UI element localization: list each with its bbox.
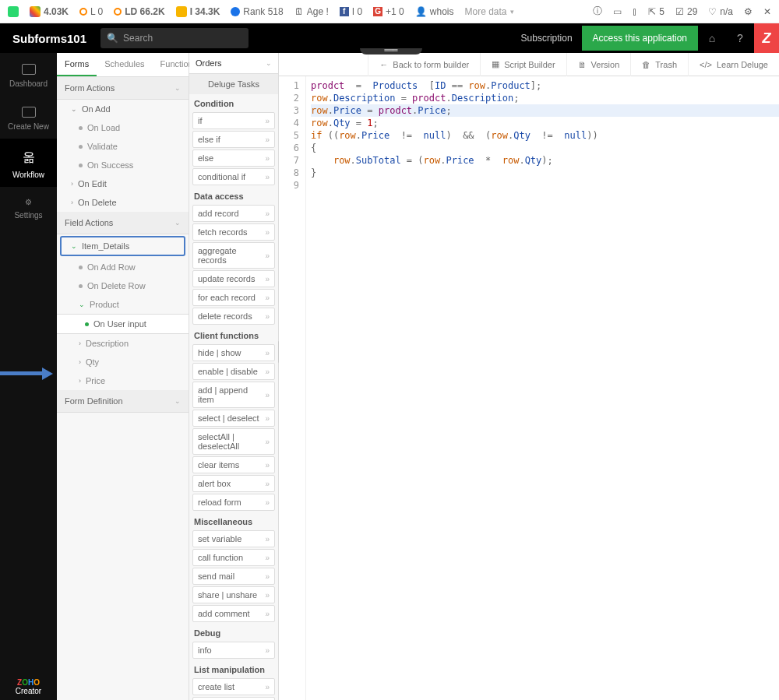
task-for-each-record[interactable]: for each record»	[192, 289, 275, 306]
heart-icon: ♡	[708, 6, 717, 17]
cat-list: List manipulation	[189, 660, 278, 677]
task-conditional-if[interactable]: conditional if»	[192, 168, 275, 185]
task-add-comment[interactable]: add comment»	[192, 605, 275, 622]
task-else[interactable]: else»	[192, 149, 275, 167]
on-success[interactable]: On Success	[57, 156, 189, 174]
nav-settings[interactable]: ⚙Settings	[0, 187, 57, 227]
learn-deluge-button[interactable]: </>Learn Deluge	[688, 53, 779, 76]
task-select-deselect[interactable]: select | deselect»	[192, 410, 275, 427]
task-selectAll-deselectAll[interactable]: selectAll | deselectAll»	[192, 428, 275, 455]
diag-icon[interactable]: ▭	[613, 6, 622, 17]
drawer-handle[interactable]: ═══	[360, 48, 422, 55]
task-add-record[interactable]: add record»	[192, 205, 275, 222]
version-button[interactable]: 🗎Version	[566, 53, 631, 76]
on-add-row[interactable]: On Add Row	[57, 258, 189, 276]
dot-icon	[79, 126, 83, 130]
chevron-right-icon: ›	[71, 199, 73, 206]
task-add[interactable]: add»	[192, 697, 275, 700]
ext-links-icon: ⇱	[648, 6, 656, 17]
task-add-append-item[interactable]: add | append item»	[192, 382, 275, 408]
on-user-input[interactable]: On User input	[57, 314, 189, 334]
task-update-records[interactable]: update records»	[192, 270, 275, 287]
task-hide-show[interactable]: hide | show»	[192, 344, 275, 361]
on-delete[interactable]: ›On Delete	[57, 193, 189, 212]
code-line[interactable]: row.Qty = 1;	[311, 117, 779, 129]
price-field[interactable]: ›Price	[57, 371, 189, 390]
orders-crumb[interactable]: Orders	[196, 58, 222, 68]
on-load[interactable]: On Load	[57, 118, 189, 137]
drag-icon: »	[265, 461, 270, 470]
home-icon[interactable]: ⌂	[698, 32, 726, 44]
task-info[interactable]: info»	[192, 642, 275, 659]
nav-create-new[interactable]: Create New	[0, 96, 57, 139]
task-enable-disable[interactable]: enable | disable»	[192, 363, 275, 380]
script-icon: ▦	[492, 59, 499, 69]
qty-field[interactable]: ›Qty	[57, 353, 189, 371]
info-icon[interactable]: ⓘ	[593, 5, 602, 18]
code-line[interactable]: }	[311, 167, 779, 179]
form-definition-header[interactable]: Form Definition⌄	[57, 390, 189, 413]
drag-icon: »	[265, 154, 270, 163]
description-field[interactable]: ›Description	[57, 334, 189, 353]
code-editor[interactable]: 123456789 prodct = Products [ID == row.P…	[279, 76, 779, 700]
more-data-link[interactable]: More data	[464, 6, 506, 17]
code-line[interactable]: row.SubTotal = (row.Price * row.Qty);	[311, 154, 779, 167]
stats-icon[interactable]: ⫿	[633, 6, 637, 17]
search-input[interactable]: 🔍Search	[100, 28, 249, 48]
nav-workflow[interactable]: 옮Workflow	[0, 139, 57, 187]
code-line[interactable]: {	[311, 142, 779, 154]
tab-forms[interactable]: Forms	[57, 53, 97, 76]
field-actions-header[interactable]: Field Actions⌄	[57, 212, 189, 234]
task-set-variable[interactable]: set variable»	[192, 530, 275, 547]
task-alert-box[interactable]: alert box»	[192, 475, 275, 492]
tab-schedules[interactable]: Schedules	[97, 53, 152, 76]
task-aggregate-records[interactable]: aggregate records»	[192, 242, 275, 269]
task-clear-items[interactable]: clear items»	[192, 456, 275, 473]
subscription-link[interactable]: Subscription	[521, 33, 573, 44]
validate[interactable]: Validate	[57, 137, 189, 156]
task-call-function[interactable]: call function»	[192, 549, 275, 566]
code-lines[interactable]: prodct = Products [ID == row.Product];ro…	[306, 76, 779, 700]
whois-icon: 👤	[415, 6, 427, 17]
task-create-list[interactable]: create list»	[192, 678, 275, 695]
access-button[interactable]: Access this application	[582, 26, 698, 51]
on-add[interactable]: ⌄On Add	[57, 100, 189, 118]
search-placeholder: Search	[123, 33, 153, 44]
chevron-down-icon[interactable]: ⌄	[266, 59, 272, 67]
item-details[interactable]: ⌄Item_Details	[60, 236, 185, 256]
task-else-if[interactable]: else if»	[192, 131, 275, 148]
script-builder-button[interactable]: ▦Script Builder	[480, 53, 566, 76]
dashboard-icon	[22, 64, 36, 75]
on-delete-row[interactable]: On Delete Row	[57, 276, 189, 295]
tree-tabs: Forms Schedules Functions	[57, 53, 189, 77]
gear-icon[interactable]: ⚙	[744, 6, 753, 17]
help-icon[interactable]: ?	[726, 32, 754, 44]
drag-icon: »	[265, 683, 270, 691]
form-actions-header[interactable]: Form Actions⌄	[57, 77, 189, 100]
chevron-down-icon: ⌄	[79, 301, 85, 308]
task-if[interactable]: if»	[192, 112, 275, 129]
close-ext-icon[interactable]: ✕	[763, 6, 771, 17]
code-line[interactable]	[311, 179, 779, 192]
drag-icon: »	[265, 228, 270, 237]
chevron-down-icon: ⌄	[71, 105, 77, 113]
task-share-unshare[interactable]: share | unshare»	[192, 586, 275, 603]
version-icon: 🗎	[578, 60, 587, 69]
code-line[interactable]: prodct = Products [ID == row.Product];	[311, 79, 779, 92]
on-edit[interactable]: ›On Edit	[57, 174, 189, 193]
zoho-logo-icon[interactable]: Z	[754, 23, 779, 53]
nav-dashboard[interactable]: Dashboard	[0, 53, 57, 96]
back-button[interactable]: ←Back to form builder	[368, 53, 480, 76]
task-reload-form[interactable]: reload form»	[192, 494, 275, 511]
trash-button[interactable]: 🗑Trash	[630, 53, 688, 76]
code-line[interactable]: row.Description = prodct.Description;	[311, 92, 779, 104]
code-line[interactable]: row.Price = prodct.Price;	[311, 104, 779, 117]
task-delete-records[interactable]: delete records»	[192, 308, 275, 325]
task-fetch-records[interactable]: fetch records»	[192, 223, 275, 241]
app-title: Subforms101	[12, 32, 86, 45]
chevron-down-icon: ⌄	[174, 219, 181, 227]
code-line[interactable]: if ((row.Price != null) && (row.Qty != n…	[311, 129, 779, 142]
drag-icon: »	[265, 294, 270, 302]
product[interactable]: ⌄Product	[57, 295, 189, 314]
task-send-mail[interactable]: send mail»	[192, 568, 275, 585]
